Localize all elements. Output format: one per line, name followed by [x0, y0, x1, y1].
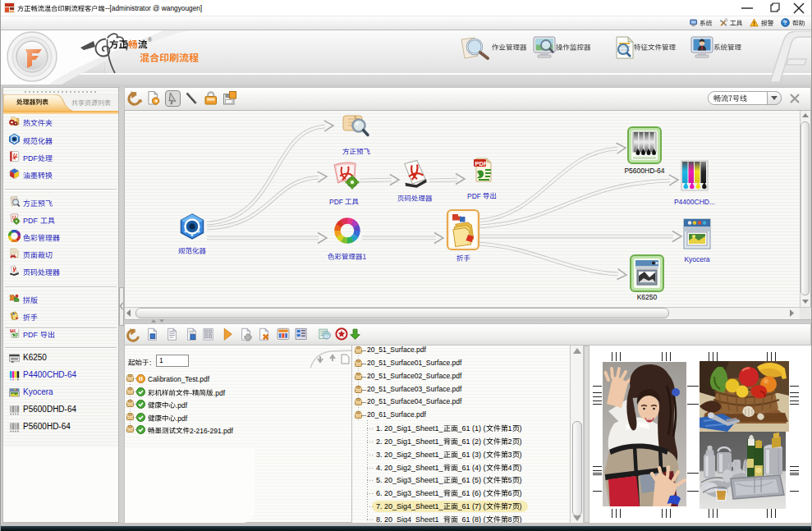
svg-text:PDF: PDF: [11, 329, 17, 332]
svg-text:PDF: PDF: [475, 160, 488, 167]
svg-text:?: ?: [783, 19, 787, 26]
